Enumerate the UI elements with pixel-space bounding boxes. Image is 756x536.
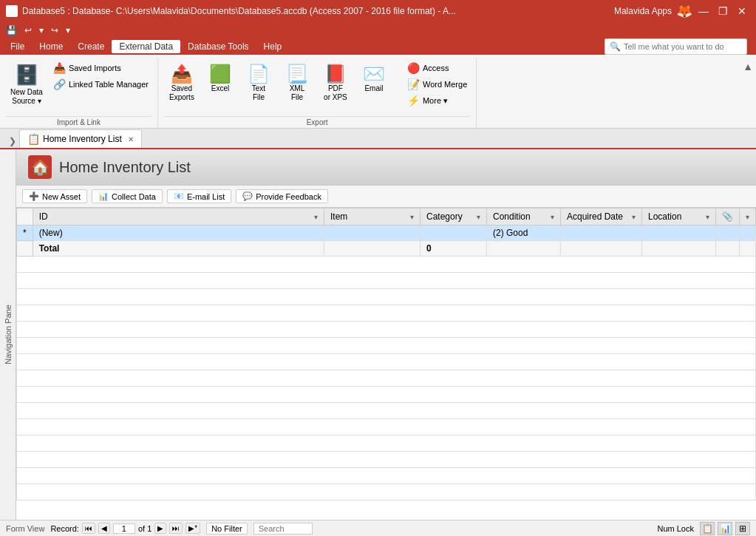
ribbon-collapse-button[interactable]: ▲ <box>743 61 753 72</box>
text-file-button[interactable]: 📄 TextFile <box>241 61 276 105</box>
th-attachment[interactable]: 📎 <box>716 208 740 225</box>
cell-location-new[interactable] <box>642 225 716 241</box>
export-side-buttons: 🔴 Access 📝 Word Merge ⚡ More ▾ <box>404 61 470 108</box>
th-extra: ▾ <box>740 208 756 225</box>
category-sort-icon: ▾ <box>477 213 480 221</box>
view-datasheet-button[interactable]: 📊 <box>718 522 732 535</box>
excel-button[interactable]: 🟩 Excel <box>202 61 238 95</box>
new-data-source-button[interactable]: 🗄️ New DataSource ▾ <box>6 61 47 109</box>
cell-id-new[interactable]: (New) <box>33 225 324 241</box>
data-table: ID ▾ Item ▾ Category <box>16 208 756 520</box>
svg-rect-0 <box>8 7 16 15</box>
th-item[interactable]: Item ▾ <box>324 208 420 225</box>
close-button[interactable]: ✕ <box>734 4 750 18</box>
import-link-group-label: Import & Link <box>6 116 151 128</box>
cell-attach-new[interactable] <box>716 225 740 241</box>
menu-help[interactable]: Help <box>256 40 290 53</box>
feedback-label: Provide Feedback <box>256 192 321 201</box>
th-item-label: Item <box>330 211 347 222</box>
record-number-input[interactable] <box>113 523 135 534</box>
th-category[interactable]: Category ▾ <box>420 208 487 225</box>
table-row-empty-9 <box>17 387 756 403</box>
table-row-empty-11 <box>17 419 756 435</box>
view-form-button[interactable]: 📋 <box>700 522 715 535</box>
cell-condition-new[interactable]: (2) Good <box>487 225 561 241</box>
row-selector-total <box>17 241 33 257</box>
pdf-xps-button[interactable]: 📕 PDFor XPS <box>318 61 353 105</box>
id-sort-icon: ▾ <box>314 213 318 221</box>
collect-data-button[interactable]: 📊 Collect Data <box>92 189 163 203</box>
redo-quick-btn[interactable]: ↪ <box>48 24 61 37</box>
undo-drop-btn[interactable]: ▾ <box>36 24 47 37</box>
new-asset-button[interactable]: ➕ New Asset <box>22 189 87 203</box>
menu-bar: File Home Create External Data Database … <box>0 38 756 55</box>
saved-exports-button[interactable]: 📤 SavedExports <box>164 61 200 105</box>
next-record-button[interactable]: ▶ <box>154 523 166 534</box>
new-record-button[interactable]: ▶* <box>185 523 200 534</box>
linked-table-manager-button[interactable]: 🔗 Linked Table Manager <box>50 77 151 92</box>
new-asset-icon: ➕ <box>29 191 39 201</box>
saved-imports-icon: 📥 <box>53 62 66 74</box>
cell-item-new[interactable] <box>324 225 420 241</box>
menu-create[interactable]: Create <box>70 40 112 53</box>
ribbon: 🗄️ New DataSource ▾ 📥 Saved Imports 🔗 Li… <box>0 55 756 129</box>
ribbon-group-export: 📤 SavedExports 🟩 Excel 📄 TextFile 📃 XMLF… <box>158 58 477 128</box>
xml-file-icon: 📃 <box>286 64 308 84</box>
ribbon-group-import-link: 🗄️ New DataSource ▾ 📥 Saved Imports 🔗 Li… <box>0 58 158 128</box>
cell-acquired-new[interactable] <box>561 225 642 241</box>
cell-location-total <box>642 241 716 257</box>
excel-icon: 🟩 <box>209 64 231 84</box>
tab-home-inventory[interactable]: 📋 Home Inventory List ✕ <box>19 129 142 148</box>
table-row-new[interactable]: * (New) (2) Good <box>17 225 756 241</box>
navigation-pane[interactable]: Navigation Pane <box>0 149 16 520</box>
table-row-empty-1 <box>17 257 756 273</box>
email-button[interactable]: ✉️ Email <box>356 61 392 95</box>
th-location[interactable]: Location ▾ <box>642 208 716 225</box>
menu-external-data[interactable]: External Data <box>112 40 180 53</box>
menu-database-tools[interactable]: Database Tools <box>180 40 256 53</box>
app-branding: Malavida Apps 🦊 <box>614 3 692 19</box>
maximize-button[interactable]: ❐ <box>715 4 731 18</box>
excel-label: Excel <box>211 84 229 92</box>
last-record-button[interactable]: ⏭ <box>169 523 183 534</box>
form-toolbar: ➕ New Asset 📊 Collect Data 📧 E-mail List… <box>16 186 756 208</box>
menu-home[interactable]: Home <box>32 40 70 53</box>
menu-file[interactable]: File <box>3 40 32 53</box>
ribbon-search-input[interactable] <box>624 42 742 51</box>
more-button[interactable]: ⚡ More ▾ <box>404 93 470 108</box>
save-quick-btn[interactable]: 💾 <box>3 24 20 37</box>
minimize-button[interactable]: — <box>695 4 712 18</box>
linked-table-icon: 🔗 <box>53 78 66 90</box>
ribbon-search-box[interactable]: 🔍 <box>605 38 747 55</box>
cell-item-total <box>324 241 420 257</box>
saved-exports-icon: 📤 <box>171 64 193 84</box>
tab-close-button[interactable]: ✕ <box>128 135 134 143</box>
word-merge-label: Word Merge <box>423 80 467 89</box>
provide-feedback-button[interactable]: 💬 Provide Feedback <box>236 189 328 203</box>
access-label: Access <box>423 64 449 72</box>
no-filter-button[interactable]: No Filter <box>206 523 248 535</box>
search-icon: 🔍 <box>610 41 621 52</box>
cell-category-total: 0 <box>420 241 487 257</box>
cell-category-new[interactable] <box>420 225 487 241</box>
saved-imports-button[interactable]: 📥 Saved Imports <box>50 61 151 75</box>
access-button[interactable]: 🔴 Access <box>404 61 470 75</box>
th-acquired-date[interactable]: Acquired Date ▾ <box>561 208 642 225</box>
qa-customize-btn[interactable]: ▾ <box>63 24 73 37</box>
first-record-button[interactable]: ⏮ <box>82 523 95 534</box>
import-link-small-buttons: 📥 Saved Imports 🔗 Linked Table Manager <box>50 61 151 92</box>
word-merge-button[interactable]: 📝 Word Merge <box>404 77 470 92</box>
xml-file-button[interactable]: 📃 XMLFile <box>279 61 315 105</box>
th-id[interactable]: ID ▾ <box>33 208 324 225</box>
th-condition[interactable]: Condition ▾ <box>487 208 561 225</box>
nav-pane-label: Navigation Pane <box>4 305 13 364</box>
undo-quick-btn[interactable]: ↩ <box>21 24 35 37</box>
prev-record-button[interactable]: ◀ <box>98 523 110 534</box>
view-layout-button[interactable]: ⊞ <box>735 522 750 535</box>
collect-data-icon: 📊 <box>98 191 109 201</box>
status-search-input[interactable] <box>253 523 313 535</box>
email-list-button[interactable]: 📧 E-mail List <box>167 189 231 203</box>
table-row-empty-6 <box>17 338 756 354</box>
tab-nav-left[interactable]: ❯ <box>6 135 19 148</box>
app-icon <box>6 5 18 17</box>
